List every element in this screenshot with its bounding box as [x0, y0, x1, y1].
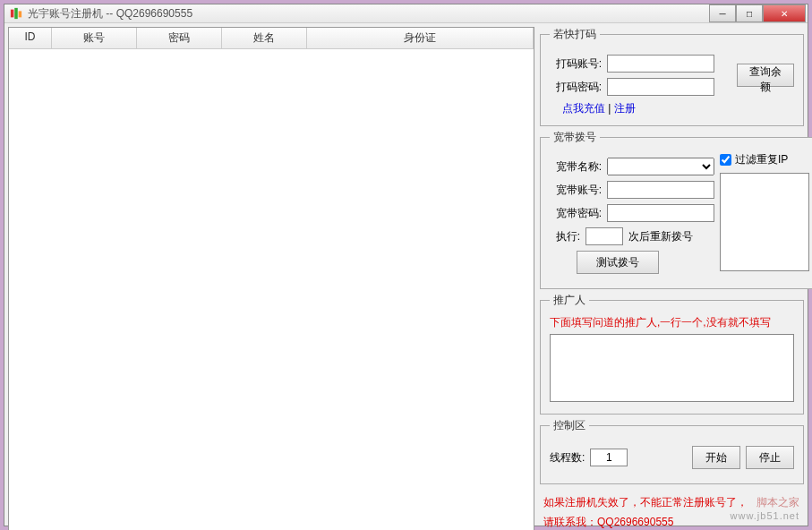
- broadband-group: 宽带拨号 宽带名称: 宽带账号: 宽带密码:: [540, 130, 812, 289]
- data-table[interactable]: ID 账号 密码 姓名 身份证: [8, 27, 534, 530]
- register-link[interactable]: 注册: [614, 102, 636, 115]
- control-legend: 控制区: [550, 418, 589, 433]
- footer-line1: 如果注册机失效了，不能正常注册账号了，: [543, 493, 800, 513]
- bb-account-input[interactable]: [607, 181, 714, 199]
- svg-rect-1: [14, 8, 18, 19]
- app-window: 光宇账号注册机 -- QQ2696690555 ─ □ ✕ ID 账号 密码 姓…: [4, 4, 808, 526]
- test-dial-button[interactable]: 测试拨号: [577, 251, 659, 274]
- table-header: ID 账号 密码 姓名 身份证: [9, 28, 534, 49]
- filter-ip-row[interactable]: 过滤重复IP: [720, 152, 809, 167]
- exec-label: 执行:: [550, 229, 580, 244]
- col-idcard[interactable]: 身份证: [307, 28, 534, 48]
- bb-password-label: 宽带密码:: [550, 206, 602, 221]
- promoter-legend: 推广人: [550, 293, 589, 308]
- table-body: [9, 49, 534, 530]
- ip-listbox[interactable]: [720, 173, 809, 271]
- window-title: 光宇账号注册机 -- QQ2696690555: [28, 6, 709, 21]
- exec-count-input[interactable]: [585, 227, 623, 245]
- bb-name-label: 宽带名称:: [550, 159, 602, 175]
- window-controls: ─ □ ✕: [709, 4, 806, 22]
- col-account[interactable]: 账号: [52, 28, 137, 48]
- broadband-legend: 宽带拨号: [550, 130, 600, 145]
- bb-account-label: 宽带账号:: [550, 183, 602, 198]
- bb-name-select[interactable]: [607, 158, 714, 175]
- svg-rect-0: [11, 10, 14, 18]
- start-button[interactable]: 开始: [692, 446, 740, 469]
- close-button[interactable]: ✕: [763, 4, 806, 22]
- app-icon: [10, 7, 22, 20]
- promoter-group: 推广人 下面填写问道的推广人,一行一个,没有就不填写: [540, 293, 804, 415]
- threads-label: 线程数:: [550, 450, 585, 466]
- content: ID 账号 密码 姓名 身份证 若快打码 打码账号:: [4, 23, 808, 530]
- filter-ip-checkbox[interactable]: [720, 154, 731, 166]
- dama-password-input[interactable]: [607, 78, 714, 96]
- filter-ip-label: 过滤重复IP: [735, 152, 788, 167]
- promoter-hint: 下面填写问道的推广人,一行一个,没有就不填写: [550, 315, 794, 330]
- recharge-link[interactable]: 点我充值: [562, 102, 605, 115]
- ruokuai-legend: 若快打码: [550, 27, 600, 42]
- dama-account-input[interactable]: [607, 55, 714, 73]
- stop-button[interactable]: 停止: [746, 446, 794, 469]
- threads-input[interactable]: [590, 449, 628, 466]
- col-name[interactable]: 姓名: [222, 28, 307, 48]
- right-panel: 若快打码 打码账号: 打码密码: 查询余额: [540, 27, 804, 530]
- dama-account-label: 打码账号:: [550, 56, 602, 72]
- promoter-textarea[interactable]: [550, 334, 794, 402]
- col-password[interactable]: 密码: [137, 28, 222, 48]
- ruokuai-group: 若快打码 打码账号: 打码密码: 查询余额: [540, 27, 804, 126]
- footer-line2: 请联系我：QQ2696690555: [543, 513, 800, 530]
- svg-rect-2: [19, 11, 22, 17]
- bb-password-input[interactable]: [607, 204, 714, 222]
- minimize-button[interactable]: ─: [709, 4, 736, 22]
- control-group: 控制区 线程数: 开始 停止: [540, 418, 804, 484]
- maximize-button[interactable]: □: [736, 4, 763, 22]
- dama-password-label: 打码密码:: [550, 80, 602, 95]
- col-id[interactable]: ID: [9, 28, 52, 48]
- footer-note: 如果注册机失效了，不能正常注册账号了， 请联系我：QQ2696690555: [540, 488, 804, 530]
- query-balance-button[interactable]: 查询余额: [737, 64, 794, 87]
- redial-suffix: 次后重新拨号: [628, 229, 693, 244]
- titlebar: 光宇账号注册机 -- QQ2696690555 ─ □ ✕: [4, 4, 808, 23]
